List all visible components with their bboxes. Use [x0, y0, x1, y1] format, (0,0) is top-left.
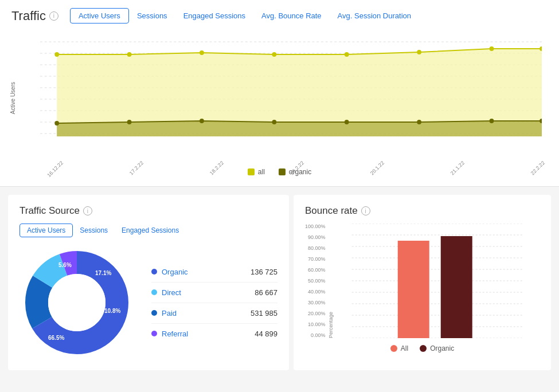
bounce-rate-panel: Bounce rate i 100.00% 90.00% 80.00% 70.0… — [294, 195, 551, 370]
svg-point-22 — [272, 52, 276, 57]
svg-point-34 — [490, 119, 494, 123]
dot-referral — [151, 331, 157, 336]
chart-legend: all organic — [11, 168, 548, 176]
dot-organic — [151, 269, 157, 275]
bounce-bar-area: Bounce Rate — [336, 224, 540, 340]
svg-text:10.8%: 10.8% — [104, 308, 120, 314]
svg-text:5.6%: 5.6% — [58, 262, 72, 268]
main-chart-svg: 160k 140k 120k 100k 80k 60k 40k 20k 0.0 — [40, 36, 542, 145]
bar-organic — [440, 236, 472, 338]
tab-engaged-sessions[interactable]: Engaged Sessions — [175, 9, 253, 23]
svg-text:66.5%: 66.5% — [48, 335, 64, 341]
svg-text:17.1%: 17.1% — [95, 270, 111, 276]
bounce-chart-wrapper: 100.00% 90.00% 80.00% 70.00% 60.00% 50.0… — [305, 224, 540, 340]
legend-organic-dot — [279, 168, 286, 175]
data-row-organic: Organic 136 725 — [151, 262, 277, 283]
dot-direct — [151, 289, 157, 295]
svg-point-23 — [345, 52, 349, 57]
tab-active-users[interactable]: Active Users — [70, 8, 129, 23]
data-row-direct: Direct 86 667 — [151, 283, 277, 303]
bounce-organic-dot — [420, 345, 427, 352]
traffic-source-info-icon[interactable]: i — [83, 206, 92, 215]
tab-avg.-session-duration[interactable]: Avg. Session Duration — [330, 9, 419, 23]
tab-engaged-source[interactable]: Engaged Sessions — [115, 224, 186, 237]
bounce-legend-organic: Organic — [420, 344, 454, 352]
bounce-chart-svg: Bounce Rate — [336, 224, 540, 338]
tab-sessions[interactable]: Sessions — [129, 9, 175, 23]
bounce-y-labels: 100.00% 90.00% 80.00% 70.00% 60.00% 50.0… — [305, 224, 326, 338]
legend-all: all — [248, 168, 265, 176]
top-section: Traffic i Active UsersSessionsEngaged Se… — [0, 0, 559, 187]
bar-all — [397, 241, 429, 338]
bounce-y-axis-label: Percentage — [328, 224, 334, 338]
svg-point-30 — [200, 119, 204, 123]
value-referral: 44 899 — [255, 330, 277, 338]
bounce-all-dot — [390, 345, 397, 352]
donut-svg: 66.5% 10.8% 17.1% 5.6% — [19, 245, 134, 360]
label-organic: Organic — [162, 268, 188, 276]
svg-point-29 — [127, 120, 132, 124]
data-row-referral: Referral 44 899 — [151, 324, 277, 344]
bounce-organic-label: Organic — [430, 344, 454, 352]
svg-point-21 — [200, 50, 204, 55]
value-paid: 531 985 — [251, 309, 277, 317]
legend-all-dot — [248, 168, 255, 175]
page-title: Traffic — [11, 9, 46, 23]
main-chart-area: 160k 140k 120k 100k 80k 60k 40k 20k 0.0 — [11, 30, 548, 162]
data-row-paid: Paid 531 985 — [151, 303, 277, 324]
tab-avg.-bounce-rate[interactable]: Avg. Bounce Rate — [253, 9, 330, 23]
svg-point-33 — [417, 120, 421, 124]
bottom-section: Traffic Source i Active Users Sessions E… — [0, 187, 559, 378]
main-tab-bar: Active UsersSessionsEngaged SessionsAvg.… — [70, 8, 419, 23]
bounce-rate-info-icon[interactable]: i — [361, 206, 370, 215]
label-referral: Referral — [162, 330, 188, 338]
value-organic: 136 725 — [251, 268, 277, 276]
dot-paid — [151, 310, 157, 316]
svg-point-25 — [490, 46, 494, 51]
bounce-rate-title: Bounce rate i — [305, 205, 540, 217]
svg-point-19 — [54, 52, 59, 57]
legend-all-label: all — [258, 168, 265, 176]
svg-point-31 — [272, 120, 276, 124]
bounce-legend-all: All — [390, 344, 408, 352]
label-paid: Paid — [162, 309, 177, 317]
bounce-legend: All Organic — [305, 344, 540, 352]
traffic-source-tab-bar: Active Users Sessions Engaged Sessions — [19, 224, 277, 237]
label-direct: Direct — [162, 288, 181, 297]
bounce-all-label: All — [401, 344, 408, 352]
svg-point-20 — [127, 52, 132, 57]
top-header: Traffic i Active UsersSessionsEngaged Se… — [11, 8, 548, 23]
traffic-source-panel: Traffic Source i Active Users Sessions E… — [8, 195, 289, 370]
traffic-source-data-table: Organic 136 725 Direct 86 667 Paid — [140, 262, 277, 344]
tab-active-users-source[interactable]: Active Users — [19, 224, 73, 237]
svg-point-24 — [417, 50, 421, 54]
traffic-source-title: Traffic Source i — [19, 205, 277, 217]
svg-point-40 — [48, 274, 105, 331]
svg-point-32 — [345, 120, 349, 124]
donut-data-row: 66.5% 10.8% 17.1% 5.6% Organic 136 725 — [19, 245, 277, 360]
donut-chart: 66.5% 10.8% 17.1% 5.6% — [19, 245, 134, 360]
svg-point-28 — [54, 121, 59, 126]
value-direct: 86 667 — [255, 288, 277, 297]
traffic-info-icon[interactable]: i — [49, 11, 58, 21]
tab-sessions-source[interactable]: Sessions — [73, 224, 115, 237]
